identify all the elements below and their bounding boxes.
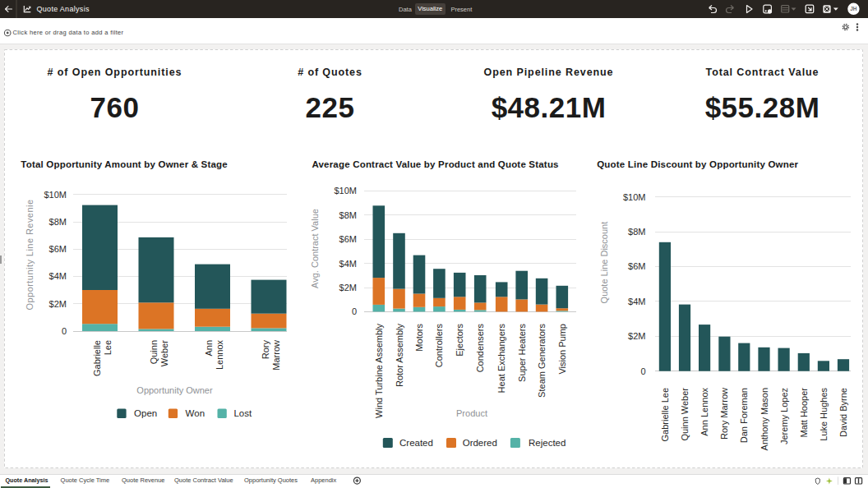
svg-text:Product: Product bbox=[456, 408, 487, 418]
svg-text:$6M: $6M bbox=[339, 234, 357, 244]
svg-text:Total Opportunity Amount by Ow: Total Opportunity Amount by Owner & Stag… bbox=[21, 159, 228, 169]
svg-text:Anthony Mason: Anthony Mason bbox=[760, 388, 769, 450]
svg-text:$10M: $10M bbox=[44, 190, 67, 200]
svg-text:Steam Generators: Steam Generators bbox=[537, 324, 547, 398]
svg-text:Opportunity Owner: Opportunity Owner bbox=[136, 385, 213, 395]
svg-text:Matt Hooper: Matt Hooper bbox=[799, 388, 809, 438]
svg-text:0: 0 bbox=[352, 306, 357, 316]
svg-text:$6M: $6M bbox=[628, 261, 645, 271]
svg-text:Condensers: Condensers bbox=[475, 324, 485, 373]
svg-text:$6M: $6M bbox=[49, 244, 67, 254]
svg-text:Quote Line Discount by Opportu: Quote Line Discount by Opportunity Owner bbox=[597, 159, 798, 169]
svg-text:Quinn: Quinn bbox=[149, 340, 159, 364]
svg-text:Rory Marrow: Rory Marrow bbox=[719, 388, 729, 440]
svg-text:Lost: Lost bbox=[233, 408, 252, 418]
svg-text:$2M: $2M bbox=[49, 299, 67, 309]
svg-text:Jeremy Lopez: Jeremy Lopez bbox=[779, 388, 789, 444]
svg-text:Average Contract Value by Prod: Average Contract Value by Product and Qu… bbox=[312, 159, 558, 169]
svg-text:Ejectors: Ejectors bbox=[455, 324, 464, 357]
svg-text:$4M: $4M bbox=[628, 297, 645, 306]
svg-text:Ann Lennox: Ann Lennox bbox=[699, 388, 709, 436]
svg-text:$4M: $4M bbox=[49, 271, 67, 281]
svg-text:0: 0 bbox=[62, 326, 67, 336]
svg-text:Won: Won bbox=[186, 408, 205, 418]
svg-text:Motors: Motors bbox=[414, 324, 424, 352]
svg-text:$2M: $2M bbox=[628, 331, 645, 341]
svg-text:Dan Foreman: Dan Foreman bbox=[739, 388, 749, 443]
svg-text:Gabrielle Lee: Gabrielle Lee bbox=[660, 388, 670, 441]
svg-text:Weber: Weber bbox=[159, 340, 169, 367]
svg-text:Rejected: Rejected bbox=[529, 438, 566, 448]
svg-text:Quinn Weber: Quinn Weber bbox=[680, 388, 690, 441]
svg-text:Gabrielle: Gabrielle bbox=[92, 340, 102, 376]
svg-text:Created: Created bbox=[399, 438, 433, 448]
svg-text:$8M: $8M bbox=[49, 217, 67, 227]
svg-text:Marrow: Marrow bbox=[271, 340, 281, 371]
svg-text:$2M: $2M bbox=[339, 283, 357, 292]
svg-text:Ann: Ann bbox=[204, 340, 214, 357]
svg-text:Avg. Contract Value: Avg. Contract Value bbox=[310, 209, 320, 288]
svg-text:0: 0 bbox=[640, 366, 645, 376]
svg-text:Rotor Assembly: Rotor Assembly bbox=[395, 324, 404, 388]
svg-text:$4M: $4M bbox=[339, 259, 357, 269]
svg-text:Super Heaters: Super Heaters bbox=[517, 324, 527, 382]
svg-text:Controllers: Controllers bbox=[434, 324, 444, 368]
svg-text:Heat Exchangers: Heat Exchangers bbox=[496, 324, 506, 394]
svg-text:Rory: Rory bbox=[261, 340, 270, 360]
svg-text:Ordered: Ordered bbox=[463, 438, 497, 448]
svg-text:Quote Line Discount: Quote Line Discount bbox=[599, 222, 609, 304]
svg-text:$8M: $8M bbox=[339, 210, 357, 220]
svg-text:Vision Pump: Vision Pump bbox=[557, 324, 567, 375]
svg-text:Wind Turbine Assembly: Wind Turbine Assembly bbox=[374, 324, 384, 418]
svg-text:Lennox: Lennox bbox=[215, 340, 224, 371]
svg-text:David Byrne: David Byrne bbox=[838, 388, 848, 437]
svg-text:Open: Open bbox=[134, 408, 157, 418]
svg-text:Lee: Lee bbox=[103, 340, 113, 355]
svg-text:$10M: $10M bbox=[334, 186, 357, 196]
svg-text:Luke Hughes: Luke Hughes bbox=[819, 388, 829, 441]
svg-text:Opportunity Line Revenie: Opportunity Line Revenie bbox=[25, 200, 35, 311]
svg-text:$10M: $10M bbox=[623, 192, 646, 202]
svg-text:$8M: $8M bbox=[628, 227, 645, 237]
